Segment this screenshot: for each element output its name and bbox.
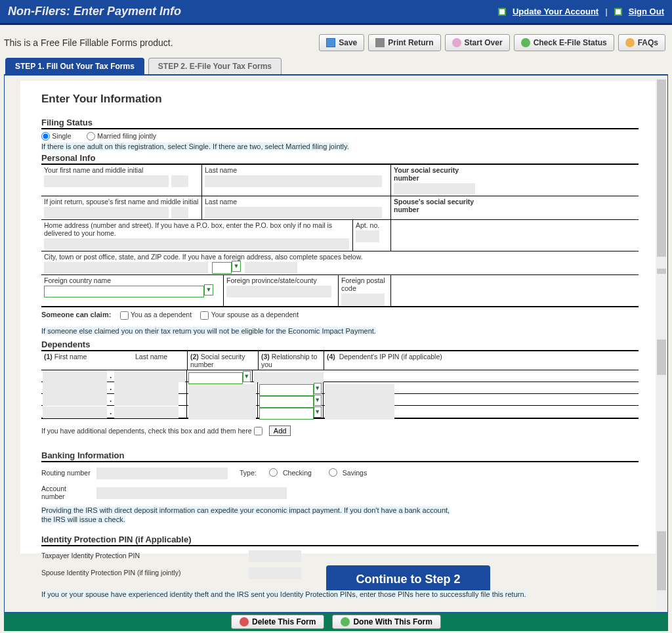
scrollbar[interactable]: [657, 78, 666, 611]
savings-radio[interactable]: [329, 468, 337, 477]
chevron-down-icon[interactable]: ▼: [204, 284, 213, 295]
check-efile-label: Check E-File Status: [534, 38, 607, 47]
routing-input[interactable]: [96, 468, 228, 479]
foreign-postal-input[interactable]: [341, 294, 385, 305]
scroll-thumb[interactable]: [657, 531, 666, 590]
fs-married-option[interactable]: Married filing jointly: [87, 131, 156, 141]
print-icon: [375, 38, 385, 47]
savings-label: Savings: [343, 469, 367, 477]
dep-h3a: (3): [261, 353, 270, 360]
dep-first-input[interactable]: [43, 382, 107, 394]
scroll-thumb[interactable]: [657, 79, 666, 257]
filing-status-options: Single Married filing jointly: [41, 129, 639, 142]
dep-first-input[interactable]: [43, 394, 107, 406]
dep-ssn-input[interactable]: [188, 408, 256, 420]
dep-last-input[interactable]: [114, 406, 178, 418]
foreign-country-label: Foreign country name: [44, 276, 220, 284]
ippin-tp-input[interactable]: [249, 550, 301, 562]
save-button[interactable]: Save: [319, 34, 364, 51]
home-address-label: Home address (number and street). If you…: [44, 221, 350, 237]
start-over-icon: [452, 38, 461, 47]
ssn-input[interactable]: [394, 183, 475, 195]
name-row: Your first name and middle initial Last …: [41, 165, 639, 196]
personal-info-heading: Personal Info: [41, 153, 639, 165]
chevron-down-icon[interactable]: ▼: [314, 395, 322, 406]
dep-relationship-input[interactable]: [259, 408, 314, 420]
foreign-country-input[interactable]: [44, 286, 204, 297]
delete-form-button[interactable]: Delete This Form: [231, 615, 324, 629]
tab-step1[interactable]: STEP 1. Fill Out Your Tax Forms: [5, 58, 144, 74]
claim-lead: Someone can claim:: [41, 311, 111, 318]
dep-last-input: [114, 370, 178, 382]
add-dependent-row: If you have additional dependents, check…: [41, 419, 639, 439]
claim-spouse-checkbox[interactable]: [200, 311, 209, 320]
sp-first-name-input[interactable]: [44, 207, 169, 219]
foreign-row: Foreign country name ▼ Foreign province/…: [41, 275, 639, 307]
add-dependent-button[interactable]: Add: [269, 426, 291, 436]
dependents-heading: Dependents: [41, 339, 639, 351]
sp-last-name-input[interactable]: [205, 207, 382, 219]
account-row: Account number: [41, 483, 639, 502]
faqs-button[interactable]: FAQs: [618, 34, 665, 51]
done-form-button[interactable]: Done With This Form: [332, 615, 441, 629]
ippin-tp-row: Taxpayer Identity Protection PIN: [41, 546, 639, 565]
add-dependent-checkbox[interactable]: [254, 427, 262, 435]
chevron-down-icon[interactable]: ▼: [243, 371, 251, 382]
dep-last-input[interactable]: [114, 382, 178, 394]
apt-label: Apt. no.: [356, 221, 388, 229]
chevron-down-icon[interactable]: ▼: [314, 383, 322, 394]
fs-single-option[interactable]: Single: [41, 131, 72, 141]
state-input[interactable]: [212, 262, 232, 274]
checking-radio[interactable]: [269, 468, 278, 477]
fs-single-label: Single: [52, 132, 71, 140]
fs-married-radio[interactable]: [87, 132, 95, 141]
foreign-province-input[interactable]: [226, 286, 331, 297]
dep-first-input[interactable]: [43, 370, 107, 382]
check-efile-button[interactable]: Check E-File Status: [514, 34, 614, 51]
update-icon: [498, 8, 506, 16]
chevron-down-icon[interactable]: ▼: [232, 261, 241, 272]
separator: |: [605, 7, 608, 16]
dependent-row: ▼: [41, 370, 639, 382]
dependents-table: (1) First name Last name (2) Social secu…: [41, 351, 639, 419]
home-address-input[interactable]: [44, 238, 349, 250]
start-over-button[interactable]: Start Over: [445, 34, 510, 51]
last-name-input[interactable]: [205, 175, 382, 187]
dependent-row: ▼: [41, 382, 639, 394]
product-tagline: This is a Free File Fillable Forms produ…: [4, 37, 173, 48]
dep-first-input[interactable]: [43, 406, 107, 418]
save-icon: [326, 38, 335, 47]
city-input[interactable]: [44, 262, 208, 274]
dep-last-input[interactable]: [114, 394, 178, 406]
fs-single-radio[interactable]: [41, 132, 50, 141]
claim-you-checkbox[interactable]: [120, 311, 129, 320]
bank-type-label: Type:: [240, 469, 257, 477]
dep-ippin-input[interactable]: [325, 408, 394, 420]
ippin-hint: If you or your spouse have experienced i…: [41, 590, 526, 598]
apt-input[interactable]: [356, 230, 379, 242]
address-row: Home address (number and street). If you…: [41, 220, 639, 251]
print-label: Print Return: [388, 38, 433, 47]
mi-input[interactable]: [171, 175, 188, 187]
dep-ssn-input[interactable]: [178, 370, 185, 382]
bank-hint-1: Providing the IRS with direct deposit in…: [41, 506, 450, 514]
sign-out-link[interactable]: Sign Out: [629, 7, 664, 16]
print-button[interactable]: Print Return: [368, 34, 440, 51]
chevron-down-icon[interactable]: ▼: [314, 406, 322, 418]
update-account-link[interactable]: Update Your Account: [513, 7, 598, 16]
scroll-thumb[interactable]: [657, 339, 666, 375]
account-input[interactable]: [96, 487, 287, 499]
sp-last-name-label: Last name: [205, 198, 388, 206]
first-name-input[interactable]: [44, 175, 169, 187]
sp-mi-input[interactable]: [171, 207, 188, 219]
checking-label: Checking: [283, 469, 312, 477]
scroll-thumb[interactable]: [657, 269, 666, 274]
tab-step2[interactable]: STEP 2. E-File Your Tax Forms: [148, 58, 282, 74]
dependent-row: ▼: [41, 406, 639, 418]
page-title: Non-Filers: Enter Payment Info: [8, 5, 181, 18]
ippin-sp-input[interactable]: [249, 567, 301, 579]
ssn-label: Your social security number: [394, 166, 478, 182]
dep-h3b: Relationship to you: [261, 353, 317, 368]
toolbar-buttons: Save Print Return Start Over Check E-Fil…: [319, 34, 665, 51]
zip-input[interactable]: [245, 262, 297, 274]
